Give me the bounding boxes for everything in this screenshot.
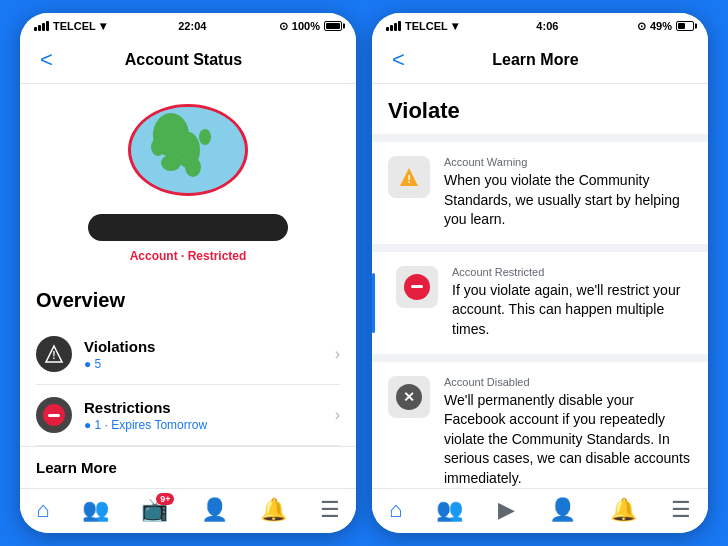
bell-icon-right: 🔔: [610, 497, 637, 523]
account-prefix: Account ·: [130, 249, 188, 263]
home-icon: ⌂: [36, 497, 49, 523]
violations-title: Violations: [84, 338, 335, 355]
warning-triangle-icon: !: [397, 165, 421, 189]
account-restricted-label: Account · Restricted: [130, 249, 247, 263]
bottom-nav-right: ⌂ 👥 ▶ 👤 🔔 ☰: [372, 488, 708, 533]
bottom-nav-left: ⌂ 👥 📺 9+ 👤 🔔 ☰: [20, 488, 356, 533]
status-bar-right-info: ⊙ 100%: [279, 20, 342, 33]
time-label-right: 4:06: [536, 20, 558, 32]
restrict-card-wrapper: Account Restricted If you violate again,…: [372, 252, 708, 354]
signal-bars: [34, 21, 49, 31]
disable-card-icon: ✕: [388, 376, 430, 418]
restrict-card-icon: [396, 266, 438, 308]
signal-bar-2: [38, 25, 41, 31]
x-icon: ✕: [403, 389, 415, 405]
learn-more-row[interactable]: Learn More: [20, 446, 356, 488]
status-bar-right-right-info: ⊙ 49%: [637, 20, 694, 33]
profile-icon-right: 👤: [549, 497, 576, 523]
restrict-icon: [43, 404, 65, 426]
back-button-left[interactable]: <: [40, 47, 53, 73]
nav-video-left[interactable]: 📺 9+: [141, 497, 168, 523]
blue-indicator: [372, 273, 375, 333]
battery-label: 100%: [292, 20, 320, 32]
home-icon-right: ⌂: [389, 497, 402, 523]
overview-title: Overview: [36, 289, 340, 312]
battery-label-right: 49%: [650, 20, 672, 32]
status-bar-right-left-info: TELCEL ▾: [386, 19, 458, 33]
carrier-label-right: TELCEL: [405, 20, 448, 32]
nav-profile-right[interactable]: 👤: [549, 497, 576, 523]
time-label: 22:04: [178, 20, 206, 32]
nav-profile-left[interactable]: 👤: [201, 497, 228, 523]
left-phone: TELCEL ▾ 22:04 ⊙ 100% < Account Status: [20, 13, 356, 533]
svg-point-6: [199, 129, 211, 145]
account-status-bar: [88, 214, 288, 241]
svg-point-3: [161, 155, 181, 171]
nav-menu-right[interactable]: ☰: [671, 497, 691, 523]
battery-icon-right: ⊙: [637, 20, 646, 33]
back-button-right[interactable]: <: [392, 47, 405, 73]
violate-title: Violate: [372, 84, 708, 134]
signal-bar-r3: [394, 23, 397, 31]
warning-card-label: Account Warning: [444, 156, 692, 168]
restrict-card: Account Restricted If you violate again,…: [372, 252, 708, 354]
nav-bell-right[interactable]: 🔔: [610, 497, 637, 523]
restrictions-icon: [36, 397, 72, 433]
overview-section: Overview ! Violations ● 5 ›: [20, 273, 356, 446]
disable-card-wrapper: ✕ Account Disabled We'll permanently dis…: [372, 362, 708, 488]
nav-friends-right[interactable]: 👥: [436, 497, 463, 523]
video-icon-right: ▶: [498, 497, 515, 523]
signal-bar-r4: [398, 21, 401, 31]
violations-item[interactable]: ! Violations ● 5 ›: [36, 324, 340, 385]
right-content: Violate ! Account Warning When you viola…: [372, 84, 708, 488]
status-bar-right: TELCEL ▾ 4:06 ⊙ 49%: [372, 13, 708, 37]
nav-home-left[interactable]: ⌂: [36, 497, 49, 523]
friends-icon-right: 👥: [436, 497, 463, 523]
svg-text:!: !: [52, 350, 55, 361]
nav-bar-left: < Account Status: [20, 37, 356, 84]
restrict-minus-icon: [411, 285, 423, 288]
disable-circle-icon: ✕: [396, 384, 422, 410]
restrict-minus: [48, 414, 60, 417]
globe-svg: [133, 104, 243, 196]
restrictions-sub: ● 1 · Expires Tomorrow: [84, 418, 335, 432]
restrict-card-label: Account Restricted: [452, 266, 692, 278]
nav-bell-left[interactable]: 🔔: [260, 497, 287, 523]
restrict-card-desc: If you violate again, we'll restrict you…: [452, 281, 692, 340]
signal-bar-4: [46, 21, 49, 31]
profile-icon: 👤: [201, 497, 228, 523]
nav-bar-right: < Learn More: [372, 37, 708, 84]
restrictions-item[interactable]: Restrictions ● 1 · Expires Tomorrow ›: [36, 385, 340, 446]
disable-card-label: Account Disabled: [444, 376, 692, 388]
restrict-circle-icon: [404, 274, 430, 300]
warning-card-text: Account Warning When you violate the Com…: [444, 156, 692, 230]
restrictions-info: Restrictions ● 1 · Expires Tomorrow: [84, 399, 335, 432]
warning-card: ! Account Warning When you violate the C…: [372, 142, 708, 244]
violations-sub: ● 5: [84, 357, 335, 371]
page-title-left: Account Status: [125, 51, 242, 69]
restrictions-chevron: ›: [335, 406, 340, 424]
video-badge: 9+: [156, 493, 174, 505]
bell-icon: 🔔: [260, 497, 287, 523]
menu-icon: ☰: [320, 497, 340, 523]
friends-icon: 👥: [82, 497, 109, 523]
warning-icon: !: [44, 344, 64, 364]
page-title-right: Learn More: [492, 51, 578, 69]
violations-icon: !: [36, 336, 72, 372]
nav-home-right[interactable]: ⌂: [389, 497, 402, 523]
warning-card-icon: !: [388, 156, 430, 198]
account-status-text: Restricted: [188, 249, 247, 263]
nav-menu-left[interactable]: ☰: [320, 497, 340, 523]
violations-info: Violations ● 5: [84, 338, 335, 371]
svg-point-4: [185, 157, 201, 177]
nav-friends-left[interactable]: 👥: [82, 497, 109, 523]
svg-text:!: !: [407, 173, 411, 185]
violations-chevron: ›: [335, 345, 340, 363]
disable-card-text: Account Disabled We'll permanently disab…: [444, 376, 692, 488]
warning-card-desc: When you violate the Community Standards…: [444, 171, 692, 230]
learn-more-label: Learn More: [36, 459, 117, 476]
battery-fill: [326, 23, 340, 29]
nav-video-right[interactable]: ▶: [498, 497, 515, 523]
wifi-icon: ▾: [100, 19, 106, 33]
status-bar-left-info: TELCEL ▾: [34, 19, 106, 33]
